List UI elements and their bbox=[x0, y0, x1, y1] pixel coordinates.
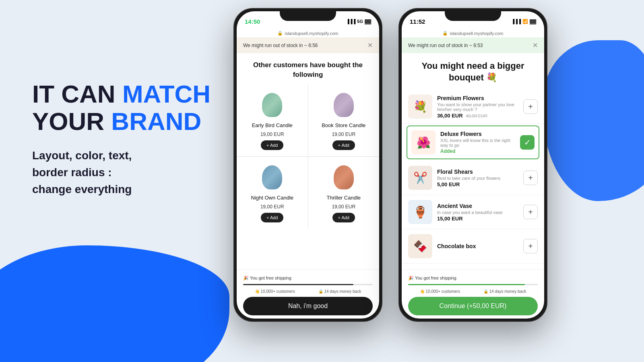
trust-badge-2: 🔒 14 days money back bbox=[318, 289, 361, 294]
phone1-title: Other customers have bought the followin… bbox=[237, 53, 379, 84]
headline-blue1: MATCH bbox=[122, 80, 211, 108]
phone2-trust-1: 👋 10,000+ customers bbox=[420, 289, 460, 294]
product-price-1: 19,00 EUR bbox=[332, 132, 355, 137]
candle-purple-img bbox=[334, 93, 354, 117]
phone2-free-shipping: 🎉 You got free shipping bbox=[408, 273, 538, 283]
product-price-3: 19,00 EUR bbox=[332, 204, 355, 210]
added-label-1: Added bbox=[440, 148, 515, 154]
list-item-img-3: 🏺 bbox=[408, 200, 432, 224]
phone1-alert-text: We might run out of stock in ~ 6:56 bbox=[243, 43, 318, 48]
left-section: IT CAN MATCH YOUR BRAND Layout, color, t… bbox=[32, 80, 242, 198]
phone2-cta-button[interactable]: Continue (+50,00 EUR) bbox=[408, 297, 538, 315]
list-item-name-1: Deluxe Flowers bbox=[440, 131, 515, 137]
subtext: Layout, color, text, border radius : cha… bbox=[32, 147, 242, 198]
product-price-2: 19,00 EUR bbox=[260, 204, 284, 210]
product-cell-1: Book Store Candle 19,00 EUR + Add bbox=[308, 84, 380, 156]
list-item-img-2: ✂️ bbox=[408, 166, 432, 190]
products-grid: Early Bird Candle 19,00 EUR + Add Book S… bbox=[237, 84, 379, 229]
trust-badges: 👋 10,000+ customers 🔒 14 days money back bbox=[243, 286, 373, 297]
headline: IT CAN MATCH YOUR BRAND bbox=[32, 80, 242, 135]
add-btn-p0[interactable]: + bbox=[523, 99, 538, 114]
lock-icon2: 🔒 bbox=[442, 31, 448, 36]
product-cell-2: Night Own Candle 19,00 EUR + Add bbox=[237, 157, 308, 229]
list-item-info-0: Premium Flowers You want to show your pa… bbox=[437, 95, 518, 119]
lock-icon: 🔒 bbox=[277, 31, 283, 36]
phone1-status-bar: 14:50 ▐▐▐ 5G ▓▓ bbox=[237, 11, 379, 29]
list-item-img-1: 🌺 bbox=[411, 130, 436, 154]
phone1-content: Other customers have bought the followin… bbox=[237, 53, 379, 269]
product-list: 💐 Premium Flowers You want to show your … bbox=[402, 90, 544, 263]
add-btn-2[interactable]: + Add bbox=[261, 213, 283, 222]
add-btn-p2[interactable]: + bbox=[523, 171, 538, 185]
phone2-trust-2: 🔒 14 days money back bbox=[483, 289, 526, 294]
list-item-img-4: 🍫 bbox=[408, 234, 432, 258]
phone1-screen: 14:50 ▐▐▐ 5G ▓▓ 🔒 islandupsell.myshopify… bbox=[237, 11, 379, 319]
phone1-url: islandupsell.myshopify.com bbox=[285, 31, 338, 36]
list-item-3: 🏺 Ancient Vase In case you want a beauti… bbox=[402, 195, 544, 229]
phone2-status-bar: 11:52 ▐▐▐ 📶 ▓▓ bbox=[402, 11, 544, 29]
list-item-name-0: Premium Flowers bbox=[437, 95, 518, 101]
add-btn-p4[interactable]: + bbox=[523, 239, 538, 253]
list-item-name-3: Ancient Vase bbox=[437, 203, 518, 209]
signal-icon2: ▐▐▐ bbox=[512, 19, 521, 24]
phone2-status-icons: ▐▐▐ 📶 ▓▓ bbox=[512, 19, 536, 24]
phone1-alert-banner: We might run out of stock in ~ 6:56 ✕ bbox=[237, 37, 379, 53]
candle-green-img bbox=[262, 93, 282, 117]
list-item-2: ✂️ Floral Shears Best to take care of yo… bbox=[402, 161, 544, 195]
shipping-fill bbox=[243, 284, 353, 285]
blob-bottom-left bbox=[0, 245, 229, 362]
phone1-bottom-bar: 🎉 You got free shipping 👋 10,000+ custom… bbox=[237, 269, 379, 319]
free-shipping-text: 🎉 You got free shipping bbox=[243, 276, 291, 281]
list-item-desc-1: XXL lovers will know this is the right w… bbox=[440, 138, 515, 148]
product-price-0: 19,00 EUR bbox=[260, 132, 284, 137]
shipping-progress bbox=[243, 284, 373, 285]
product-img-3 bbox=[330, 163, 358, 191]
list-item-0: 💐 Premium Flowers You want to show your … bbox=[402, 90, 544, 124]
phone2-trust-badges: 👋 10,000+ customers 🔒 14 days money back bbox=[408, 286, 538, 297]
phone1-time: 14:50 bbox=[245, 18, 260, 25]
candle-red-img bbox=[334, 165, 354, 189]
phone1-cta-button[interactable]: Nah, i'm good bbox=[243, 297, 373, 315]
phone2: 11:52 ▐▐▐ 📶 ▓▓ 🔒 islandupsell.myshopify.… bbox=[398, 8, 547, 322]
add-btn-p1[interactable]: ✓ bbox=[520, 135, 535, 150]
phone2-screen: 11:52 ▐▐▐ 📶 ▓▓ 🔒 islandupsell.myshopify.… bbox=[402, 11, 544, 319]
list-item-desc-2: Best to take care of your flowers bbox=[437, 176, 518, 181]
phones-container: 14:50 ▐▐▐ 5G ▓▓ 🔒 islandupsell.myshopify… bbox=[233, 8, 547, 322]
wifi-icon: 📶 bbox=[522, 19, 528, 24]
phone2-alert-banner: We might run out of stock in ~ 6:53 ✕ bbox=[402, 37, 544, 53]
phone2-shipping-text: 🎉 You got free shipping bbox=[408, 276, 456, 281]
phone2-shipping-fill bbox=[408, 284, 525, 285]
list-item-name-4: Chocolate box bbox=[437, 243, 518, 249]
product-img-0 bbox=[258, 91, 286, 119]
add-btn-3[interactable]: + Add bbox=[332, 213, 355, 222]
headline-part1: IT CAN bbox=[32, 80, 122, 108]
phone2-content: You might need a bigger bouquet 💐 💐 Prem… bbox=[402, 53, 544, 269]
phone2-title: You might need a bigger bouquet 💐 bbox=[402, 53, 544, 90]
add-btn-1[interactable]: + Add bbox=[332, 140, 355, 150]
product-cell-0: Early Bird Candle 19,00 EUR + Add bbox=[237, 84, 308, 156]
list-item-img-0: 💐 bbox=[408, 95, 432, 119]
phone2-close-icon[interactable]: ✕ bbox=[533, 41, 538, 49]
add-btn-p3[interactable]: + bbox=[523, 205, 538, 219]
trust-badge-1: 👋 10,000+ customers bbox=[255, 289, 295, 294]
product-img-2 bbox=[258, 163, 286, 191]
list-item-4: 🍫 Chocolate box + bbox=[402, 229, 544, 263]
phone2-bottom-bar: 🎉 You got free shipping 👋 10,000+ custom… bbox=[402, 269, 544, 319]
phone2-shipping-progress bbox=[408, 284, 538, 285]
phone2-time: 11:52 bbox=[410, 18, 425, 25]
phone1-close-icon[interactable]: ✕ bbox=[367, 41, 373, 49]
add-btn-0[interactable]: + Add bbox=[261, 140, 283, 150]
list-item-info-1: Deluxe Flowers XXL lovers will know this… bbox=[440, 131, 515, 154]
product-name-0: Early Bird Candle bbox=[252, 122, 293, 128]
product-name-1: Book Store Candle bbox=[322, 122, 365, 128]
list-item-name-2: Floral Shears bbox=[437, 169, 518, 175]
phone1-url-bar: 🔒 islandupsell.myshopify.com bbox=[237, 29, 379, 37]
network-label: 5G bbox=[357, 19, 363, 24]
phone2-url-bar: 🔒 islandupsell.myshopify.com bbox=[402, 29, 544, 37]
list-item-price-0: 36,00 EUR 40,00 EUR bbox=[437, 113, 518, 119]
phone1: 14:50 ▐▐▐ 5G ▓▓ 🔒 islandupsell.myshopify… bbox=[233, 8, 382, 322]
product-name-2: Night Own Candle bbox=[251, 195, 294, 201]
list-item-info-4: Chocolate box bbox=[437, 243, 518, 249]
list-item-price-3: 15,00 EUR bbox=[437, 216, 518, 222]
list-item-desc-3: In case you want a beautiful vase bbox=[437, 210, 518, 215]
